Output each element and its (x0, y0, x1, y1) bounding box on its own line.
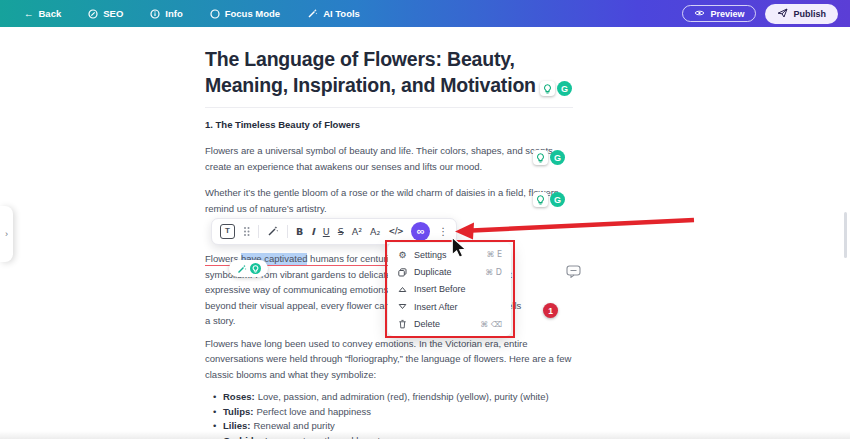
top-nav: ← Back SEO Info Focus Mode (0, 8, 360, 19)
list-item[interactable]: Tulips:Perfect love and happiness (223, 405, 645, 420)
grammarly-icon[interactable]: G (550, 192, 565, 207)
menu-shortcut: ⌘ E (486, 250, 502, 259)
menu-item-insert-before[interactable]: Insert Before (388, 281, 511, 298)
grammarly-icon[interactable]: G (550, 150, 565, 165)
publish-label: Publish (793, 9, 826, 19)
suggestion-icons-p2: G (533, 192, 565, 207)
menu-item-duplicate[interactable]: Duplicate ⌘ D (388, 263, 511, 280)
list-term: Orchids: (223, 435, 262, 439)
drag-handle-icon[interactable] (243, 223, 250, 241)
inline-suggestion-pill[interactable] (229, 260, 268, 277)
trash-icon (397, 319, 408, 329)
list-item[interactable]: Orchids:Luxury, strength, and beauty (223, 434, 645, 439)
gear-icon: ⚙ (397, 250, 408, 260)
focus-mode-label: Focus Mode (225, 8, 280, 19)
block-context-menu: ⚙ Settings ⌘ E Duplicate ⌘ D Insert Befo… (388, 243, 511, 336)
list-term: Lilies: (223, 420, 250, 431)
preview-button[interactable]: Preview (682, 5, 756, 22)
format-toolbar: T B I U S A² A₂ </> ∞ ⋮ (211, 218, 457, 245)
suggestion-icons-p1: G (533, 150, 565, 165)
menu-shortcut: ⌘ ⌫ (480, 320, 502, 329)
magic-wand-icon (237, 260, 247, 278)
bold-button[interactable]: B (296, 219, 303, 244)
info-label: Info (165, 8, 182, 19)
page-title[interactable]: The Language of Flowers: Beauty, Meaning… (205, 46, 645, 98)
ai-tools-button[interactable]: AI Tools (307, 8, 360, 19)
subscript-button[interactable]: A₂ (370, 219, 380, 244)
list-desc: Luxury, strength, and beauty (265, 435, 385, 439)
paragraph-2[interactable]: Whether it’s the gentle bloom of a rose … (205, 185, 645, 216)
menu-label: Settings (414, 250, 447, 260)
lightbulb-icon[interactable] (540, 81, 555, 96)
paragraph-1[interactable]: Flowers are a universal symbol of beauty… (205, 143, 645, 174)
menu-item-insert-after[interactable]: Insert After (388, 298, 511, 315)
menu-item-delete[interactable]: Delete ⌘ ⌫ (388, 316, 511, 333)
lightbulb-icon (250, 263, 261, 274)
seo-button[interactable]: SEO (88, 8, 123, 19)
superscript-button[interactable]: A² (352, 219, 362, 244)
menu-item-settings[interactable]: ⚙ Settings ⌘ E (388, 246, 511, 263)
focus-mode-icon (210, 9, 220, 19)
eye-icon (694, 9, 705, 19)
sidebar-expand-handle[interactable]: › (0, 206, 13, 262)
italic-button[interactable]: I (311, 219, 315, 244)
paper-plane-icon (777, 8, 788, 20)
top-bar: ← Back SEO Info Focus Mode (0, 0, 850, 27)
insert-before-icon (397, 286, 408, 293)
focus-mode-button[interactable]: Focus Mode (210, 8, 280, 19)
block-divider (205, 107, 573, 108)
strikethrough-button[interactable]: S (338, 219, 344, 244)
chevron-right-icon: › (5, 229, 8, 239)
comment-icon[interactable] (566, 264, 581, 282)
info-icon (150, 9, 160, 19)
editor-window: ← Back SEO Info Focus Mode (0, 0, 850, 439)
menu-label: Insert After (414, 302, 458, 312)
toolbar-separator (258, 225, 259, 238)
suggestion-icons-title: G (540, 81, 572, 96)
list-item[interactable]: Roses:Love, passion, and admiration (red… (223, 390, 645, 405)
preview-label: Preview (710, 9, 744, 19)
menu-label: Delete (414, 319, 440, 329)
publish-button[interactable]: Publish (765, 4, 838, 24)
lightbulb-icon[interactable] (533, 150, 548, 165)
menu-shortcut: ⌘ D (485, 268, 502, 277)
list-term: Roses: (223, 391, 255, 402)
list-desc: Renewal and purity (253, 420, 334, 431)
seo-label: SEO (103, 8, 123, 19)
scrollbar-thumb[interactable] (844, 212, 847, 258)
block-type-button[interactable]: T (220, 224, 235, 239)
section-heading[interactable]: 1. The Timeless Beauty of Flowers (205, 119, 645, 130)
underline-button[interactable]: U (323, 219, 330, 244)
ai-wand-button[interactable] (267, 223, 279, 241)
list-desc: Love, passion, and admiration (red), fri… (258, 391, 549, 402)
info-button[interactable]: Info (150, 8, 182, 19)
magic-wand-icon (307, 8, 318, 19)
topbar-actions: Preview Publish (682, 4, 850, 24)
code-button[interactable]: </> (388, 219, 403, 244)
insert-after-icon (397, 303, 408, 310)
menu-label: Insert Before (414, 284, 466, 294)
seo-icon (88, 9, 98, 19)
suggestion-count-badge[interactable]: 1 (543, 303, 558, 318)
list-term: Tulips: (223, 406, 253, 417)
menu-label: Duplicate (414, 267, 452, 277)
back-button[interactable]: ← Back (24, 8, 61, 19)
paragraph-4[interactable]: Flowers have long been used to convey em… (205, 336, 645, 383)
grammarly-icon[interactable]: G (557, 81, 572, 96)
back-label: Back (39, 8, 62, 19)
toolbar-separator (287, 225, 288, 238)
link-button[interactable]: ∞ (411, 222, 430, 241)
duplicate-icon (397, 268, 408, 277)
list-desc: Perfect love and happiness (256, 406, 371, 417)
lightbulb-icon[interactable] (533, 192, 548, 207)
back-arrow-icon: ← (24, 8, 34, 19)
ai-tools-label: AI Tools (323, 8, 360, 19)
symbolism-list: Roses:Love, passion, and admiration (red… (205, 390, 645, 439)
list-item[interactable]: Lilies:Renewal and purity (223, 419, 645, 434)
more-options-button[interactable]: ⋮ (438, 219, 448, 244)
